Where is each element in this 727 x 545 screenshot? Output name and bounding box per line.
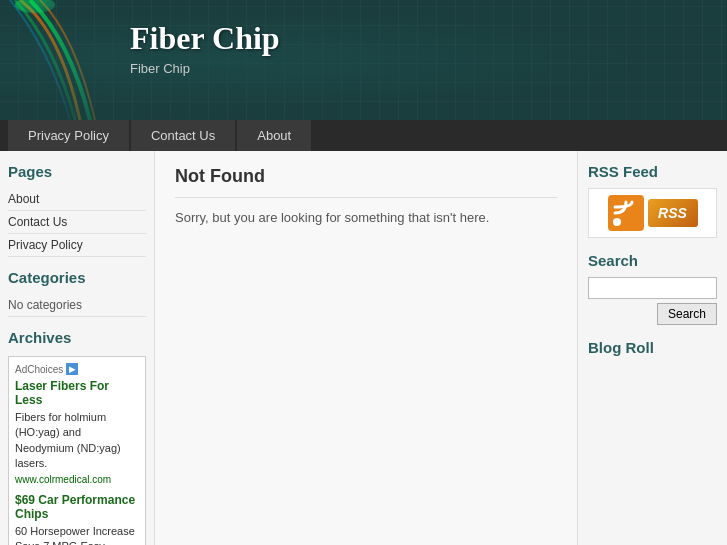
search-widget: Search [588, 277, 717, 325]
svg-rect-1 [608, 195, 644, 231]
ad-link-1[interactable]: Laser Fibers For Less [15, 379, 139, 407]
not-found-title: Not Found [175, 166, 557, 198]
ad-text-1: Fibers for holmium (HO:yag) and Neodymiu… [15, 410, 139, 472]
sidebar-link-privacy-policy[interactable]: Privacy Policy [8, 234, 146, 257]
fiber-decoration-icon [0, 0, 120, 120]
pages-section-title: Pages [8, 163, 146, 180]
content-layout: Pages About Contact Us Privacy Policy Ca… [0, 151, 727, 545]
ad-url-1: www.colrmedical.com [15, 474, 139, 485]
not-found-text: Sorry, but you are looking for something… [175, 210, 557, 225]
nav-item-contact-us[interactable]: Contact Us [131, 120, 235, 151]
header-text-block: Fiber Chip Fiber Chip [130, 20, 280, 76]
left-sidebar: Pages About Contact Us Privacy Policy Ca… [0, 151, 155, 545]
rss-icon [608, 195, 644, 231]
site-title: Fiber Chip [130, 20, 280, 57]
main-content: Not Found Sorry, but you are looking for… [155, 151, 577, 545]
ad-box: AdChoices ▶ Laser Fibers For Less Fibers… [8, 356, 146, 545]
site-header: Fiber Chip Fiber Chip [0, 0, 727, 120]
nav-item-about[interactable]: About [237, 120, 311, 151]
search-section-title: Search [588, 252, 717, 269]
svg-point-2 [613, 218, 621, 226]
rss-section-title: RSS Feed [588, 163, 717, 180]
navigation-bar: Privacy Policy Contact Us About [0, 120, 727, 151]
sidebar-link-about[interactable]: About [8, 188, 146, 211]
search-button[interactable]: Search [657, 303, 717, 325]
site-tagline: Fiber Chip [130, 61, 280, 76]
rss-feed-widget[interactable]: RSS [588, 188, 717, 238]
ad-choices-bar: AdChoices ▶ [15, 363, 139, 375]
right-sidebar: RSS Feed RSS Search Search Blog Roll [577, 151, 727, 545]
nav-item-privacy-policy[interactable]: Privacy Policy [8, 120, 129, 151]
rss-text-badge: RSS [648, 199, 698, 227]
ad-choices-label: AdChoices [15, 364, 63, 375]
categories-section-title: Categories [8, 269, 146, 286]
sidebar-link-contact-us[interactable]: Contact Us [8, 211, 146, 234]
search-input[interactable] [588, 277, 717, 299]
ad-choices-icon: ▶ [66, 363, 78, 375]
ad-link-2[interactable]: $69 Car Performance Chips [15, 493, 139, 521]
blogroll-section-title: Blog Roll [588, 339, 717, 356]
no-categories-label: No categories [8, 294, 146, 317]
ad-text-2: 60 Horsepower Increase Save 7 MPG Easy I… [15, 524, 139, 545]
archives-section-title: Archives [8, 329, 146, 346]
